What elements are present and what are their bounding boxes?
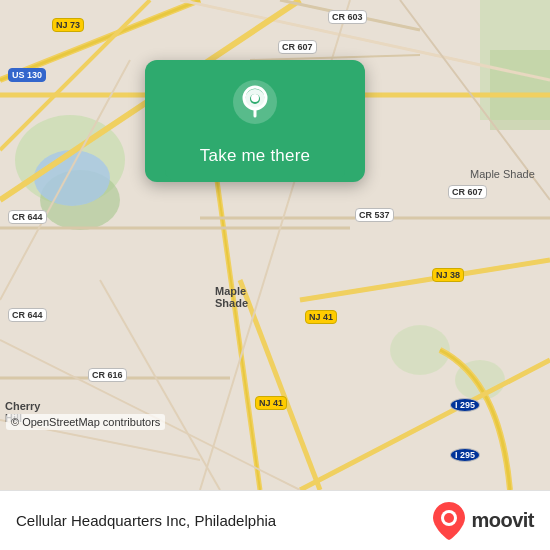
popup-card: Take me there: [145, 60, 365, 182]
moovit-pin-icon: [433, 502, 465, 540]
badge-us130: US 130: [8, 68, 46, 82]
badge-cr603: CR 603: [328, 10, 367, 24]
badge-cr607b: CR 607: [448, 185, 487, 199]
svg-point-37: [444, 513, 454, 523]
badge-cr607a: CR 607: [278, 40, 317, 54]
badge-cr644a: CR 644: [8, 210, 47, 224]
location-title: Cellular Headquarters Inc, Philadelphia: [16, 512, 276, 529]
badge-nj41a: NJ 41: [305, 310, 337, 324]
map-container: Maple Shade MapleShade CherryHill NJ 73 …: [0, 0, 550, 490]
mooresto-label: Maple Shade: [470, 168, 535, 180]
map-attribution: © OpenStreetMap contributors: [6, 414, 165, 430]
badge-i295b: I 295: [450, 448, 480, 462]
svg-rect-4: [490, 50, 550, 130]
svg-point-7: [34, 150, 110, 206]
moovit-brand-text: moovit: [471, 509, 534, 532]
badge-cr616: CR 616: [88, 368, 127, 382]
svg-point-34: [251, 94, 259, 102]
moovit-logo: moovit: [433, 502, 534, 540]
badge-nj41b: NJ 41: [255, 396, 287, 410]
badge-nj73: NJ 73: [52, 18, 84, 32]
bottom-bar: Cellular Headquarters Inc, Philadelphia …: [0, 490, 550, 550]
badge-nj38: NJ 38: [432, 268, 464, 282]
badge-cr537: CR 537: [355, 208, 394, 222]
maple-shade-label: MapleShade: [215, 285, 248, 309]
location-pin-icon: [231, 78, 279, 126]
badge-i295a: I 295: [450, 398, 480, 412]
take-me-there-button[interactable]: Take me there: [165, 136, 345, 182]
badge-cr644b: CR 644: [8, 308, 47, 322]
